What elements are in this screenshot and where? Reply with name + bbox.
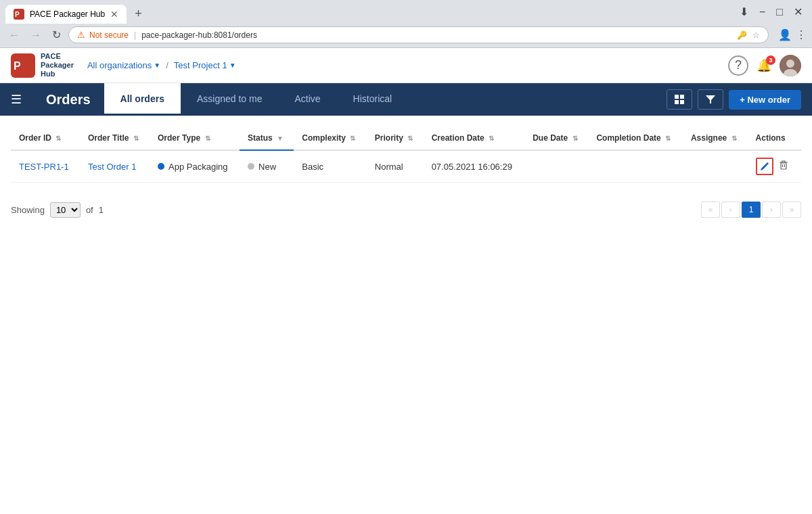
col-priority[interactable]: Priority ⇅ <box>367 126 424 150</box>
svg-rect-9 <box>675 100 679 104</box>
col-status[interactable]: Status ▼ <box>240 126 294 150</box>
grid-view-button[interactable] <box>667 89 692 110</box>
orders-table: Order ID ⇅ Order Title ⇅ Order Type ⇅ St… <box>11 126 801 183</box>
tab-assigned-to-me[interactable]: Assigned to me <box>181 83 279 116</box>
security-warning-icon: ⚠ <box>77 30 85 40</box>
per-page-select[interactable]: 10 25 50 <box>50 202 81 218</box>
sort-creation-date-icon: ⇅ <box>489 135 494 142</box>
browser-address-input[interactable]: ⚠ Not secure | pace-packager-hub:8081/or… <box>68 26 769 43</box>
browser-close-button[interactable]: ✕ <box>790 5 807 19</box>
cell-creation-date: 07.05.2021 16:06:29 <box>424 150 525 183</box>
cell-order-type: App Packaging <box>150 150 240 183</box>
edit-icon <box>760 162 769 171</box>
cell-due-date <box>524 150 588 183</box>
nav-separator: / <box>166 60 168 70</box>
edit-button[interactable] <box>756 158 773 175</box>
browser-address-bar: ← → ↻ ⚠ Not secure | pace-packager-hub:8… <box>0 24 812 47</box>
project-link[interactable]: Test Project 1 ▼ <box>174 60 236 70</box>
svg-rect-8 <box>680 95 684 99</box>
separator: | <box>134 30 136 40</box>
filter-button[interactable] <box>698 89 723 110</box>
browser-back-button[interactable]: ← <box>5 28 23 43</box>
main-nav-bar: ☰ Orders All orders Assigned to me Activ… <box>0 83 812 116</box>
col-due-date[interactable]: Due Date ⇅ <box>524 126 588 150</box>
tab-historical[interactable]: Historical <box>337 83 409 116</box>
pace-logo-icon: P <box>11 53 35 78</box>
table-body: TEST-PR1-1 Test Order 1 App Packaging <box>11 150 801 183</box>
browser-chrome: P PACE Packager Hub ✕ + ⬇ − □ ✕ ← → ↻ ⚠ … <box>0 0 812 48</box>
sort-order-type-icon: ⇅ <box>205 135 210 142</box>
user-avatar[interactable] <box>780 55 801 76</box>
browser-tab-title: PACE Packager Hub <box>30 9 105 19</box>
hamburger-menu-button[interactable]: ☰ <box>0 83 32 116</box>
col-order-type[interactable]: Order Type ⇅ <box>150 126 240 150</box>
svg-marker-11 <box>706 95 715 103</box>
first-page-button[interactable]: « <box>701 202 720 218</box>
svg-text:P: P <box>15 11 20 18</box>
browser-maximize-button[interactable]: □ <box>772 5 787 19</box>
tab-all-orders[interactable]: All orders <box>104 83 181 116</box>
browser-minimize-button[interactable]: − <box>755 5 769 19</box>
svg-text:P: P <box>14 60 21 72</box>
action-icons <box>756 158 793 175</box>
bookmark-star-icon[interactable]: ☆ <box>752 30 760 40</box>
of-label: of <box>86 205 93 215</box>
browser-tab[interactable]: P PACE Packager Hub ✕ <box>5 5 127 24</box>
browser-title-bar: P PACE Packager Hub ✕ + ⬇ − □ ✕ <box>0 0 812 24</box>
status-indicator <box>248 163 254 170</box>
col-order-id[interactable]: Order ID ⇅ <box>11 126 80 150</box>
sort-status-icon: ▼ <box>277 135 284 142</box>
browser-tab-close-button[interactable]: ✕ <box>110 9 118 20</box>
address-bar-icons: 🔑 ☆ <box>737 30 760 40</box>
sort-order-title-icon: ⇅ <box>133 135 139 142</box>
sort-assignee-icon: ⇅ <box>731 135 737 142</box>
sort-priority-icon: ⇅ <box>407 135 413 142</box>
order-type-indicator <box>158 163 164 170</box>
browser-forward-button[interactable]: → <box>27 28 45 43</box>
order-id-link[interactable]: TEST-PR1-1 <box>19 162 69 172</box>
browser-account-icon[interactable]: 👤 <box>778 28 792 41</box>
page-title: Orders <box>32 83 104 116</box>
browser-refresh-button[interactable]: ↻ <box>49 27 64 43</box>
app-navigation: All organizations ▼ / Test Project 1 ▼ <box>87 60 236 70</box>
next-page-button[interactable]: › <box>762 202 781 218</box>
cell-order-title: Test Order 1 <box>80 150 150 183</box>
col-assignee[interactable]: Assignee ⇅ <box>683 126 748 150</box>
cell-complexity: Basic <box>294 150 367 183</box>
svg-point-5 <box>786 60 794 68</box>
order-title-link[interactable]: Test Order 1 <box>88 162 137 172</box>
grid-icon <box>674 94 685 105</box>
cell-status: New <box>240 150 294 183</box>
browser-download-icon[interactable]: ⬇ <box>736 5 752 19</box>
project-dropdown-icon: ▼ <box>229 62 236 69</box>
cell-order-id: TEST-PR1-1 <box>11 150 80 183</box>
col-actions: Actions <box>748 126 801 150</box>
app-header-right: ? 🔔 3 <box>728 55 801 76</box>
tab-favicon-icon: P <box>14 9 24 20</box>
svg-rect-10 <box>680 100 684 104</box>
all-organizations-link[interactable]: All organizations ▼ <box>87 60 160 70</box>
help-button[interactable]: ? <box>728 55 748 76</box>
delete-button[interactable] <box>776 158 791 175</box>
cell-completion-date <box>588 150 683 183</box>
url-text: pace-packager-hub:8081/orders <box>141 30 257 40</box>
pagination-bar: Showing 10 25 50 of 1 « ‹ 1 › » <box>0 193 812 226</box>
tab-active[interactable]: Active <box>278 83 336 116</box>
col-order-title[interactable]: Order Title ⇅ <box>80 126 150 150</box>
orders-table-container: Order ID ⇅ Order Title ⇅ Order Type ⇅ St… <box>0 116 812 193</box>
notifications-button[interactable]: 🔔 3 <box>757 58 771 73</box>
svg-rect-12 <box>781 163 786 169</box>
col-complexity[interactable]: Complexity ⇅ <box>294 126 367 150</box>
org-dropdown-icon: ▼ <box>154 62 160 69</box>
new-order-button[interactable]: + New order <box>729 90 801 110</box>
last-page-button[interactable]: » <box>782 202 801 218</box>
key-icon: 🔑 <box>737 30 747 40</box>
col-creation-date[interactable]: Creation Date ⇅ <box>424 126 525 150</box>
total-count: 1 <box>99 205 104 215</box>
browser-new-tab-button[interactable]: + <box>129 4 148 24</box>
col-completion-date[interactable]: Completion Date ⇅ <box>588 126 683 150</box>
app-logo: P PACE Packager Hub <box>11 52 74 79</box>
prev-page-button[interactable]: ‹ <box>721 202 740 218</box>
page-1-button[interactable]: 1 <box>742 202 761 218</box>
browser-menu-icon[interactable]: ⋮ <box>796 28 807 41</box>
